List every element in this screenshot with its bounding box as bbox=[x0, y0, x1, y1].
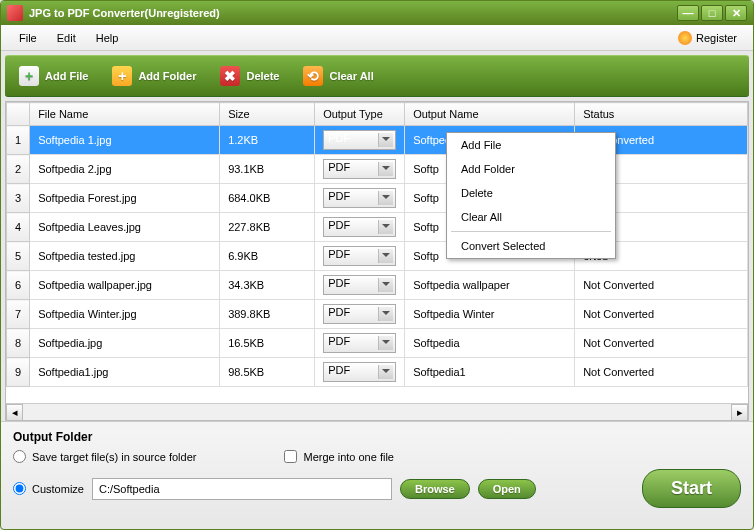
chevron-down-icon bbox=[382, 137, 390, 141]
cell-size: 34.3KB bbox=[220, 271, 315, 300]
output-panel: Output Folder Save target file(s) in sou… bbox=[1, 421, 753, 522]
table-row[interactable]: 9Softpedia1.jpg98.5KBPDFSoftpedia1Not Co… bbox=[7, 358, 748, 387]
merge-checkbox-input[interactable] bbox=[284, 450, 297, 463]
row-number: 5 bbox=[7, 242, 30, 271]
cm-convert-selected[interactable]: Convert Selected bbox=[447, 234, 615, 258]
col-status[interactable]: Status bbox=[575, 103, 748, 126]
start-button[interactable]: Start bbox=[642, 469, 741, 508]
menubar: File Edit Help Register bbox=[1, 25, 753, 51]
table-row[interactable]: 5Softpedia tested.jpg6.9KBPDFSoftperted bbox=[7, 242, 748, 271]
cell-output-type[interactable]: PDF bbox=[315, 184, 405, 213]
type-dropdown[interactable]: PDF bbox=[323, 130, 396, 150]
scroll-right-icon[interactable]: ▸ bbox=[731, 404, 748, 421]
window-title: JPG to PDF Converter(Unregistered) bbox=[29, 7, 675, 19]
cell-file-name: Softpedia1.jpg bbox=[30, 358, 220, 387]
table-row[interactable]: 2Softpedia 2.jpg93.1KBPDFSoftperted bbox=[7, 155, 748, 184]
type-dropdown[interactable]: PDF bbox=[323, 275, 396, 295]
cm-add-file[interactable]: Add File bbox=[447, 133, 615, 157]
output-path-input[interactable] bbox=[92, 478, 392, 500]
cell-output-type[interactable]: PDF bbox=[315, 271, 405, 300]
row-number: 1 bbox=[7, 126, 30, 155]
cell-file-name: Softpedia.jpg bbox=[30, 329, 220, 358]
scroll-left-icon[interactable]: ◂ bbox=[6, 404, 23, 421]
cell-output-name: Softpedia wallpaper bbox=[405, 271, 575, 300]
menu-edit[interactable]: Edit bbox=[47, 29, 86, 47]
clear-all-button[interactable]: ⟲ Clear All bbox=[303, 66, 373, 86]
customize-radio[interactable]: Customize bbox=[13, 482, 84, 495]
save-source-label: Save target file(s) in source folder bbox=[32, 451, 196, 463]
delete-icon: ✖ bbox=[220, 66, 240, 86]
menu-file[interactable]: File bbox=[9, 29, 47, 47]
cm-delete[interactable]: Delete bbox=[447, 181, 615, 205]
cell-output-type[interactable]: PDF bbox=[315, 213, 405, 242]
cell-output-type[interactable]: PDF bbox=[315, 242, 405, 271]
add-folder-button[interactable]: + Add Folder bbox=[112, 66, 196, 86]
file-table: File Name Size Output Type Output Name S… bbox=[6, 102, 748, 387]
cell-size: 16.5KB bbox=[220, 329, 315, 358]
row-number: 4 bbox=[7, 213, 30, 242]
file-plus-icon: + bbox=[19, 66, 39, 86]
add-folder-label: Add Folder bbox=[138, 70, 196, 82]
cell-output-name: Softpedia1 bbox=[405, 358, 575, 387]
add-file-label: Add File bbox=[45, 70, 88, 82]
cell-output-type[interactable]: PDF bbox=[315, 300, 405, 329]
chevron-down-icon bbox=[382, 340, 390, 344]
type-dropdown[interactable]: PDF bbox=[323, 333, 396, 353]
minimize-button[interactable]: — bbox=[677, 5, 699, 21]
open-button[interactable]: Open bbox=[478, 479, 536, 499]
col-rownum[interactable] bbox=[7, 103, 30, 126]
row-number: 2 bbox=[7, 155, 30, 184]
merge-checkbox[interactable]: Merge into one file bbox=[284, 450, 394, 463]
clear-icon: ⟲ bbox=[303, 66, 323, 86]
col-output-type[interactable]: Output Type bbox=[315, 103, 405, 126]
table-row[interactable]: 1Softpedia 1.jpg1.2KBPDFSoftpedia 1Not C… bbox=[7, 126, 748, 155]
table-row[interactable]: 4Softpedia Leaves.jpg227.8KBPDFSoftperte… bbox=[7, 213, 748, 242]
cm-add-folder[interactable]: Add Folder bbox=[447, 157, 615, 181]
save-source-radio-input[interactable] bbox=[13, 450, 26, 463]
cell-file-name: Softpedia 2.jpg bbox=[30, 155, 220, 184]
cell-output-name: Softpedia Winter bbox=[405, 300, 575, 329]
context-menu: Add File Add Folder Delete Clear All Con… bbox=[446, 132, 616, 259]
cell-output-type[interactable]: PDF bbox=[315, 329, 405, 358]
add-file-button[interactable]: + Add File bbox=[19, 66, 88, 86]
col-file-name[interactable]: File Name bbox=[30, 103, 220, 126]
cell-file-name: Softpedia Leaves.jpg bbox=[30, 213, 220, 242]
cm-clear-all[interactable]: Clear All bbox=[447, 205, 615, 229]
cell-output-type[interactable]: PDF bbox=[315, 358, 405, 387]
chevron-down-icon bbox=[382, 224, 390, 228]
cell-status: Not Converted bbox=[575, 358, 748, 387]
cell-output-name: Softpedia bbox=[405, 329, 575, 358]
table-row[interactable]: 7Softpedia Winter.jpg389.8KBPDFSoftpedia… bbox=[7, 300, 748, 329]
cell-output-type[interactable]: PDF bbox=[315, 126, 405, 155]
maximize-button[interactable]: □ bbox=[701, 5, 723, 21]
cell-size: 98.5KB bbox=[220, 358, 315, 387]
register-button[interactable]: Register bbox=[670, 28, 745, 48]
cell-output-type[interactable]: PDF bbox=[315, 155, 405, 184]
table-row[interactable]: 3Softpedia Forest.jpg684.0KBPDFSoftperte… bbox=[7, 184, 748, 213]
cell-file-name: Softpedia 1.jpg bbox=[30, 126, 220, 155]
cell-status: Not Converted bbox=[575, 271, 748, 300]
horizontal-scrollbar[interactable]: ◂ ▸ bbox=[6, 403, 748, 420]
register-label: Register bbox=[696, 32, 737, 44]
type-dropdown[interactable]: PDF bbox=[323, 246, 396, 266]
type-dropdown[interactable]: PDF bbox=[323, 217, 396, 237]
cell-size: 389.8KB bbox=[220, 300, 315, 329]
delete-button[interactable]: ✖ Delete bbox=[220, 66, 279, 86]
col-size[interactable]: Size bbox=[220, 103, 315, 126]
table-row[interactable]: 6Softpedia wallpaper.jpg34.3KBPDFSoftped… bbox=[7, 271, 748, 300]
customize-radio-input[interactable] bbox=[13, 482, 26, 495]
col-output-name[interactable]: Output Name bbox=[405, 103, 575, 126]
type-dropdown[interactable]: PDF bbox=[323, 304, 396, 324]
save-source-radio[interactable]: Save target file(s) in source folder bbox=[13, 450, 196, 463]
browse-button[interactable]: Browse bbox=[400, 479, 470, 499]
close-button[interactable]: ✕ bbox=[725, 5, 747, 21]
type-dropdown[interactable]: PDF bbox=[323, 188, 396, 208]
merge-label: Merge into one file bbox=[303, 451, 394, 463]
type-dropdown[interactable]: PDF bbox=[323, 159, 396, 179]
table-row[interactable]: 8Softpedia.jpg16.5KBPDFSoftpediaNot Conv… bbox=[7, 329, 748, 358]
menu-help[interactable]: Help bbox=[86, 29, 129, 47]
chevron-down-icon bbox=[382, 166, 390, 170]
cell-size: 93.1KB bbox=[220, 155, 315, 184]
type-dropdown[interactable]: PDF bbox=[323, 362, 396, 382]
chevron-down-icon bbox=[382, 282, 390, 286]
